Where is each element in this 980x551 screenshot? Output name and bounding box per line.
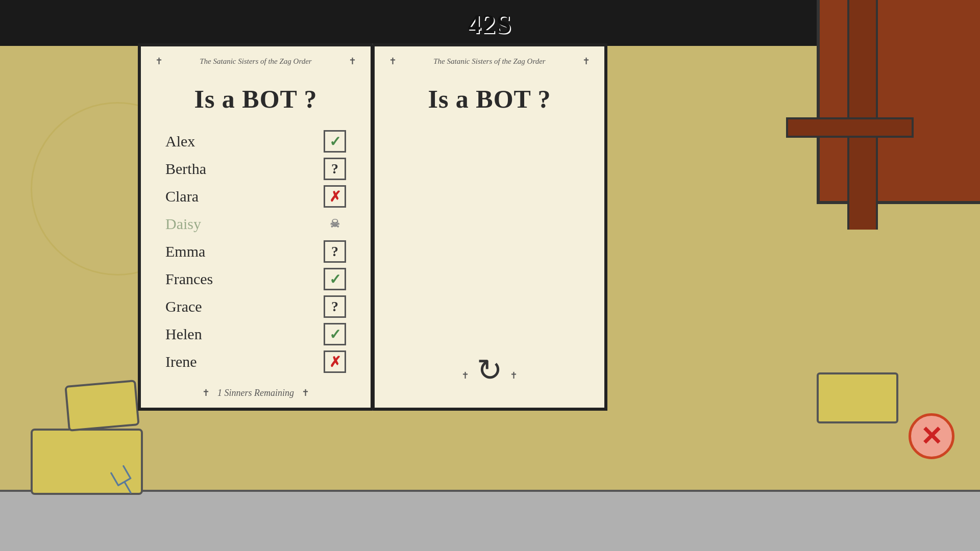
skull-icon: ☠: [330, 217, 340, 231]
close-icon: ✕: [920, 421, 943, 452]
name-grace: Grace: [165, 298, 202, 315]
book: ✝ The Satanic Sisters of the Zag Order ✝…: [138, 43, 607, 411]
footer-cross-1: ✝: [202, 387, 210, 398]
status-helen[interactable]: ✓: [324, 323, 346, 345]
cross-icon: ✗: [329, 354, 341, 370]
status-emma[interactable]: ?: [324, 240, 346, 263]
list-item: Grace ?: [165, 294, 346, 319]
hay-bale-right: [817, 372, 898, 423]
right-page-title: Is a BOT ?: [389, 84, 590, 114]
right-page-header: ✝ The Satanic Sisters of the Zag Order ✝: [389, 56, 590, 69]
name-helen: Helen: [165, 325, 202, 343]
cross-left-2: ✝: [349, 56, 356, 67]
status-alex[interactable]: ✓: [324, 130, 346, 153]
check-icon: ✓: [329, 326, 341, 343]
footer-cross-2: ✝: [302, 387, 309, 398]
book-page-right: ✝ The Satanic Sisters of the Zag Order ✝…: [373, 43, 607, 411]
name-irene: Irene: [165, 353, 197, 370]
footer-cross-right-2: ✝: [510, 370, 518, 381]
list-item: Clara ✗: [165, 184, 346, 209]
name-emma: Emma: [165, 243, 205, 260]
list-item: Bertha ?: [165, 157, 346, 181]
status-frances[interactable]: ✓: [324, 268, 346, 290]
right-header-title: The Satanic Sisters of the Zag Order: [401, 57, 578, 66]
left-page-title: Is a BOT ?: [155, 84, 356, 114]
cross-left-1: ✝: [155, 56, 163, 67]
name-alex: Alex: [165, 133, 195, 150]
status-bertha[interactable]: ?: [324, 158, 346, 180]
wood-structure: [817, 0, 980, 204]
question-icon: ?: [331, 161, 338, 177]
refresh-button[interactable]: ↻: [477, 352, 502, 388]
close-button[interactable]: ✕: [909, 413, 954, 459]
right-page-footer: ✝ ↻ ✝: [389, 347, 590, 398]
sinners-remaining: 1 Sinners Remaining: [217, 388, 294, 398]
list-item: Emma ?: [165, 239, 346, 264]
status-daisy: ☠: [324, 213, 346, 235]
left-header-title: The Satanic Sisters of the Zag Order: [167, 57, 345, 66]
cross-icon: ✗: [329, 188, 341, 205]
left-page-header: ✝ The Satanic Sisters of the Zag Order ✝: [155, 56, 356, 69]
name-clara: Clara: [165, 188, 199, 205]
name-frances: Frances: [165, 270, 213, 288]
check-icon: ✓: [329, 271, 341, 288]
timer: 42S: [468, 9, 512, 39]
question-icon: ?: [331, 298, 338, 315]
name-daisy: Daisy: [165, 215, 201, 233]
floor: [0, 490, 980, 551]
list-item: Helen ✓: [165, 322, 346, 346]
left-page-footer: ✝ 1 Sinners Remaining ✝: [155, 382, 356, 398]
wood-post: [847, 0, 878, 230]
list-item: Alex ✓: [165, 129, 346, 154]
name-list: Alex ✓ Bertha ? Clara ✗ Da: [155, 129, 356, 377]
status-grace[interactable]: ?: [324, 295, 346, 318]
list-item: Frances ✓: [165, 267, 346, 291]
list-item: Irene ✗: [165, 349, 346, 374]
name-bertha: Bertha: [165, 160, 206, 178]
book-page-left: ✝ The Satanic Sisters of the Zag Order ✝…: [138, 43, 373, 411]
cross-right-1: ✝: [389, 56, 397, 67]
question-icon: ?: [331, 243, 338, 260]
list-item: Daisy ☠: [165, 212, 346, 236]
cross-right-2: ✝: [582, 56, 590, 67]
status-irene[interactable]: ✗: [324, 350, 346, 373]
wood-beam: [786, 117, 914, 138]
hay-bale-2: [64, 380, 139, 432]
check-icon: ✓: [329, 133, 341, 150]
status-clara[interactable]: ✗: [324, 185, 346, 208]
footer-cross-right-1: ✝: [461, 370, 469, 381]
right-page-body: [389, 129, 590, 342]
